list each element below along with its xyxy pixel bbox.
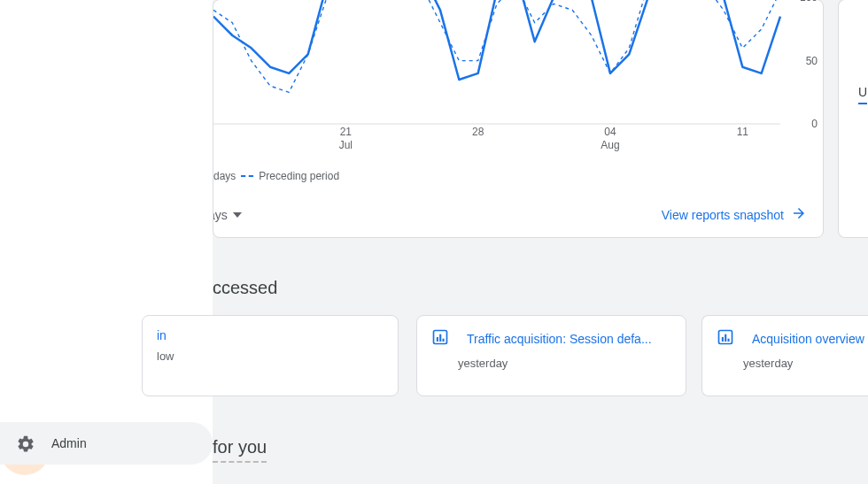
range-partial: ays	[213, 208, 228, 222]
link-text: View reports snapshot	[662, 208, 784, 222]
x-tick: 21Jul	[339, 126, 353, 152]
admin-label: Admin	[51, 436, 87, 450]
side-card-partial: U	[838, 0, 868, 238]
x-tick: 11	[737, 126, 748, 139]
recent-card-1[interactable]: in low	[142, 315, 399, 396]
y-tick: 100	[800, 0, 818, 4]
sidebar: Admin	[0, 0, 213, 484]
section-recently-accessed-heading: ccessed	[213, 278, 277, 298]
view-reports-link[interactable]: View reports snapshot	[662, 205, 807, 224]
bar-chart-icon	[717, 328, 734, 350]
svg-rect-2	[437, 337, 438, 342]
side-card-text-partial: U	[858, 85, 867, 99]
chevron-down-icon	[233, 212, 242, 218]
y-tick: 50	[806, 55, 818, 67]
recent-card-1-title: in	[157, 328, 384, 342]
gear-icon[interactable]	[16, 434, 35, 457]
x-tick: 04Aug	[601, 126, 619, 152]
recent-card-1-sub: low	[157, 350, 384, 363]
svg-rect-8	[728, 339, 730, 342]
recent-card-3-sub: yesterday	[743, 357, 864, 370]
y-tick: 0	[811, 118, 818, 130]
bar-chart-icon	[431, 328, 449, 350]
legend-days-partial: days	[213, 170, 236, 182]
recent-card-2-title: Traffic acquisition: Session defa...	[467, 332, 652, 346]
recent-card-3-title: Acquisition overview	[752, 332, 864, 346]
content-area: 050100 21Jul2804Aug11 days Preceding per…	[213, 0, 868, 484]
arrow-right-icon	[791, 205, 807, 224]
dash-swatch-icon	[241, 175, 253, 177]
section-for-you-heading: for you	[213, 437, 267, 463]
side-card-underline	[858, 103, 867, 104]
x-tick: 28	[472, 126, 484, 139]
svg-rect-3	[439, 334, 441, 342]
svg-rect-6	[722, 337, 724, 342]
date-range-selector[interactable]: ays	[213, 208, 242, 222]
recent-card-3[interactable]: Acquisition overview yesterday	[701, 315, 868, 396]
recent-card-2[interactable]: Traffic acquisition: Session defa... yes…	[416, 315, 686, 396]
chart-legend: days Preceding period	[213, 170, 339, 182]
chart-card: 050100 21Jul2804Aug11 days Preceding per…	[213, 0, 824, 238]
svg-rect-7	[725, 334, 726, 342]
line-chart	[213, 0, 816, 142]
svg-rect-4	[443, 339, 445, 342]
legend-preceding: Preceding period	[259, 170, 339, 182]
recent-card-2-sub: yesterday	[458, 357, 671, 370]
page-root: Admin 050100 21Jul2804Aug11 days Precedi…	[0, 0, 868, 484]
